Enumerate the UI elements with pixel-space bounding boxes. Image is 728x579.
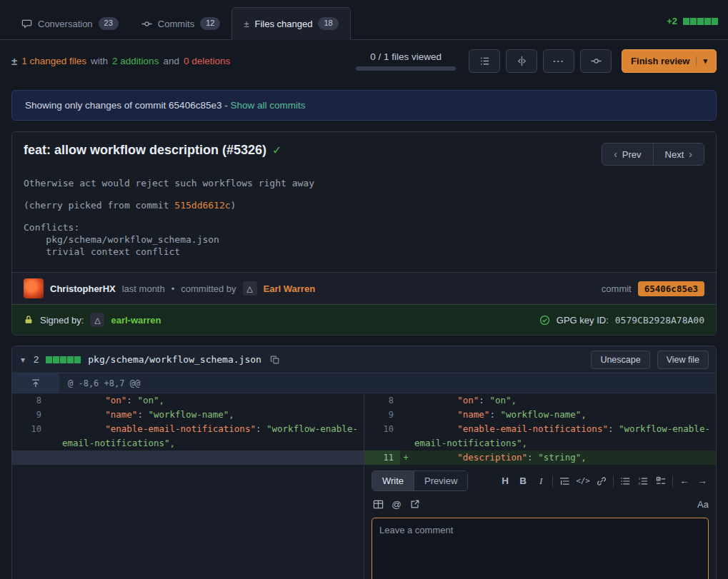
files-viewed-label: 0 / 1 files viewed [370,51,442,62]
copy-filename-icon[interactable] [270,355,280,365]
empty-diff-cell [12,465,364,579]
file-additions-count: 2 [34,354,39,365]
code-line: "name": "workflow-name", [59,408,364,422]
tab-commits[interactable]: Commits 12 [130,8,232,39]
diff-file-box: ▾ 2 pkg/schema/workflow_schema.json Unes… [11,346,717,579]
old-line-number[interactable]: 8 [12,393,48,408]
inline-comment-row: Write Preview H B I </> [12,465,716,579]
diff-file-icon: ± [11,55,17,67]
expand-hunk-button[interactable] [12,373,59,393]
code-line: "on": "on", [412,393,716,408]
indent-icon[interactable]: → [696,473,709,489]
view-file-button[interactable]: View file [657,351,709,369]
gpg-key-id: 0579CB2928A78A00 [615,315,704,326]
task-list-icon[interactable] [654,473,667,489]
split-diff-icon [517,56,527,66]
old-line-number[interactable]: 10 [12,422,48,450]
new-line-number[interactable]: 11 [364,450,400,465]
markdown-toolbar: H B I </> [478,473,709,489]
file-tree-toggle-button[interactable] [469,49,500,73]
pr-tabs: Conversation 23 Commits 12 ± Files chang… [10,0,351,39]
old-line-number[interactable]: 9 [12,408,48,422]
inline-comment-form: Write Preview H B I </> [364,465,716,579]
gpg-verified-icon [539,315,550,326]
commit-time: last month [122,283,165,294]
addition-sign: + [400,450,412,465]
signer-name[interactable]: earl-warren [111,315,161,326]
tab-conversation[interactable]: Conversation 23 [10,8,130,39]
global-diff-stat: +2 [667,16,718,26]
italic-icon[interactable]: I [534,473,547,489]
tab-label: Commits [158,19,194,29]
commit-select-button[interactable] [580,49,612,73]
numbered-list-icon[interactable]: 12 [637,473,649,489]
cherry-pick-text: ) [231,200,236,211]
commit-header: feat: allow workflow description (#5326)… [12,132,716,168]
show-all-commits-link[interactable]: Show all commits [230,100,305,111]
quote-icon[interactable] [558,473,571,489]
committer-avatar[interactable]: △ [243,281,257,296]
next-label: Next [665,149,684,160]
signed-by-label: Signed by: [40,315,84,326]
new-line-number[interactable]: 8 [364,393,400,408]
diff-row: 8 "on": "on", 8 "on": "on", [12,393,716,408]
tab-count-badge: 18 [318,17,338,29]
committer-name[interactable]: Earl Warren [264,283,316,294]
write-tab[interactable]: Write [372,471,414,490]
unescape-button[interactable]: Unescape [591,351,649,369]
bold-icon[interactable]: B [517,473,529,489]
outdent-icon[interactable]: ← [678,473,691,489]
diff-stat-bar [683,18,718,25]
commit-status-check-icon: ✓ [272,144,281,157]
pr-tabbar: Conversation 23 Commits 12 ± Files chang… [0,0,728,40]
banner-text: Showing only changes of commit 65406c85e… [25,100,228,111]
commit-nav: ‹ Prev Next › [602,143,704,166]
lock-icon [24,315,34,325]
comment-textarea[interactable] [372,518,709,579]
split-view-button[interactable] [506,49,537,73]
diff-options-button[interactable]: ··· [543,49,574,73]
mention-icon[interactable]: @ [390,496,403,512]
code-line: "enable-email-notifications": "workflow-… [59,422,364,450]
author-name[interactable]: ChristopherHX [50,283,116,294]
signature-row: Signed by: △ earl-warren GPG key ID: 057… [12,304,716,335]
bullet-list-icon[interactable] [619,473,632,489]
tab-files-changed[interactable]: ± Files changed 18 [231,7,350,40]
caret-down-icon: ▾ [696,56,707,66]
hunk-header-text: @ -8,6 +8,7 @@ [59,373,149,393]
code-icon[interactable]: </> [576,473,590,489]
heading-icon[interactable]: H [499,473,512,489]
cherry-pick-text: (cherry picked from commit [24,200,174,211]
commit-author-row: ChristopherHX last month • committed by … [12,272,716,304]
next-commit-button[interactable]: Next › [653,144,704,165]
prev-commit-button[interactable]: ‹ Prev [602,144,652,165]
collapse-file-icon[interactable]: ▾ [19,355,26,365]
author-avatar[interactable] [24,278,44,298]
font-toggle-icon[interactable]: Aa [697,499,709,510]
file-diff-stat-bar [46,356,81,363]
finish-review-button[interactable]: Finish review ▾ [622,49,717,73]
pr-files-page: Conversation 23 Commits 12 ± Files chang… [0,0,728,579]
new-line-number[interactable]: 10 [364,422,400,450]
commit-message-line: (cherry picked from commit 515dd6612c) [24,199,704,211]
cherry-pick-sha-link[interactable]: 515dd6612c [174,200,230,211]
tab-label: Conversation [38,19,93,29]
changes-summary: ± 1 changed files with 2 additions and 0… [11,55,230,67]
signer-avatar[interactable]: △ [90,313,104,327]
commit-sha-badge[interactable]: 65406c85e3 [638,281,704,296]
files-viewed: 0 / 1 files viewed [356,51,456,71]
diff-row: 10 "enable-email-notifications": "workfl… [12,422,716,450]
reference-icon[interactable] [409,496,422,512]
preview-tab[interactable]: Preview [414,471,467,490]
commit-conflicts-block: Conflicts: pkg/schema/workflow_schema.js… [24,221,704,258]
additions-count: +2 [667,16,677,26]
link-icon[interactable] [595,473,608,489]
meta-separator: • [171,283,175,294]
new-line-number[interactable]: 9 [364,408,400,422]
table-icon[interactable] [372,496,384,512]
finish-review-label: Finish review [631,56,689,66]
editor-mode-tabs: Write Preview [372,470,468,491]
commit-icon [591,56,602,66]
svg-text:2: 2 [638,482,640,485]
summary-text: and [163,56,179,66]
